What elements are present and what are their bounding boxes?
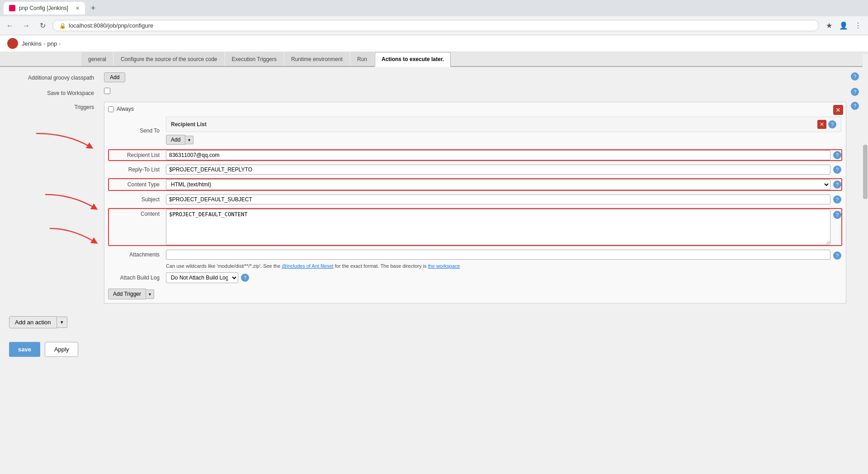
content-label: Content [109,209,163,217]
save-button[interactable]: save [9,342,40,357]
recipient-close-button[interactable]: ✕ [817,120,826,129]
ant-fileset-link[interactable]: @includes of Ant fileset [282,263,334,269]
reply-to-help-button[interactable]: ? [833,166,841,174]
menu-button[interactable]: ⋮ [852,19,864,32]
attach-build-log-row: Attach Build Log Do Not Attach Build Log… [108,271,842,284]
attach-build-log-label: Attach Build Log [109,275,163,281]
recipient-list-help-button[interactable]: ? [833,151,841,159]
tab-runtime[interactable]: Runtime environment [284,52,349,66]
attachments-input[interactable] [166,250,830,260]
new-tab-button[interactable]: + [87,2,99,14]
back-button[interactable]: ← [4,19,16,32]
add-trigger-section: Add Trigger ▾ [108,289,842,299]
content-type-row: Content Type HTML (text/html)Plain TextB… [108,178,842,191]
scrollbar-track[interactable] [863,54,868,366]
add-dropdown: Add ▾ [166,135,841,145]
reply-to-label: Reply-To List [109,166,163,173]
always-checkbox[interactable] [108,106,114,112]
add-action-wrapper: Add an action ▾ [9,316,859,328]
reply-to-input[interactable] [166,165,830,175]
workspace-link[interactable]: the workspace [428,263,460,269]
always-label: Always [117,106,134,112]
add-action-button[interactable]: Add an action [9,316,57,328]
breadcrumb-jenkins[interactable]: Jenkins [22,40,42,47]
tab-general[interactable]: general [81,52,113,66]
subject-row: Subject ? [108,194,842,205]
triggers-section: Triggers [9,102,859,307]
close-tab-icon[interactable]: ✕ [75,5,80,11]
recipient-list-input[interactable] [166,150,830,160]
content-textarea[interactable]: $PROJECT_DEFAULT_CONTENT [166,209,830,245]
send-to-label: Send To [109,128,163,134]
content-inner: Additional groovy classpath Add ? Save t… [0,67,868,366]
recipient-list-label: Recipient List [109,152,163,158]
recipient-box-actions: ✕ ? [817,120,836,129]
add-trigger-button[interactable]: Add Trigger [108,289,146,299]
attach-build-log-select[interactable]: Do Not Attach Build LogAttach Build LogC… [166,272,238,283]
action-section: Add an action ▾ [9,316,859,328]
subject-help-button[interactable]: ? [833,195,841,204]
arrow-2 [41,190,99,214]
bottom-buttons: save Apply [9,342,859,357]
triggers-close-button[interactable]: ✕ [833,105,843,115]
tab-favicon [9,5,15,11]
forward-button[interactable]: → [20,19,33,32]
triggers-help-button[interactable]: ? [851,102,859,110]
triggers-relative: ✕ Always Send To Recipient List [104,102,846,303]
save-workspace-label: Save to Workspace [9,88,99,96]
attachments-label: Attachments [109,250,163,258]
tabs-bar: general Configure the source of the sour… [0,52,868,67]
attach-build-log-help-button[interactable]: ? [241,274,249,282]
content-type-select[interactable]: HTML (text/html)Plain TextBoth HTML and … [166,179,830,190]
breadcrumb-pnp[interactable]: pnp [47,40,57,47]
attachments-help-button[interactable]: ? [833,251,841,260]
send-to-row: Send To Recipient List ✕ ? [108,116,842,146]
browser-tab[interactable]: pnp Config [Jenkins] ✕ [4,2,85,14]
content-type-help-button[interactable]: ? [833,180,841,189]
breadcrumb-sep2: › [59,40,61,47]
page-wrapper: Additional groovy classpath Add ? Save t… [0,67,868,366]
address-bar[interactable]: 🔒 localhost:8080/job/pnp/configure [52,20,819,31]
content-help-button[interactable]: ? [833,211,841,219]
save-workspace-control [104,88,846,95]
tab-source[interactable]: Configure the source of the source code [114,52,224,66]
attachments-info: Can use wildcards like 'module/dist/**/*… [108,263,842,269]
attachments-row: Attachments ? [108,249,842,261]
tab-triggers[interactable]: Execution Triggers [225,52,283,66]
recipient-box: Recipient List ✕ ? [166,117,841,132]
tab-title: pnp Config [Jenkins] [19,5,68,11]
groovy-classpath-control: Add [104,72,846,82]
subject-input[interactable] [166,194,830,204]
groovy-classpath-label: Additional groovy classpath [9,72,99,81]
always-header: Always [108,106,842,112]
arrow-3 [45,224,99,248]
subject-label: Subject [109,196,163,203]
triggers-box: ✕ Always Send To Recipient List [104,102,846,303]
groovy-help-button[interactable]: ? [851,72,859,81]
add-classpath-button[interactable]: Add [104,72,125,82]
recipient-help-button[interactable]: ? [828,120,836,128]
scrollbar-thumb[interactable] [863,145,868,199]
breadcrumb-sep1: › [43,40,45,47]
add-recipient-button[interactable]: Add [166,135,185,145]
attachments-info-text2: for the exact format. The base directory… [335,263,427,269]
save-workspace-help-button[interactable]: ? [851,88,859,96]
save-workspace-checkbox[interactable] [104,88,110,94]
add-trigger-caret[interactable]: ▾ [146,289,154,299]
recipient-list-title: Recipient List [171,121,207,128]
content-row: Content $PROJECT_DEFAULT_CONTENT ? [108,208,842,246]
content-type-label: Content Type [109,181,163,188]
apply-button[interactable]: Apply [45,342,79,357]
reload-button[interactable]: ↻ [36,19,49,32]
save-workspace-section: Save to Workspace ? [9,88,859,96]
tab-actions[interactable]: Actions to execute later. [375,52,451,67]
bookmark-button[interactable]: ★ [823,19,835,32]
reply-to-row: Reply-To List ? [108,164,842,175]
tab-run[interactable]: Run [350,52,374,66]
jenkins-logo [7,38,18,49]
add-action-caret[interactable]: ▾ [57,317,67,328]
add-recipient-caret[interactable]: ▾ [185,136,193,144]
attachments-info-text: Can use wildcards like 'module/dist/**/*… [166,263,280,269]
account-button[interactable]: 👤 [837,19,850,32]
send-to-content: Recipient List ✕ ? Add ▾ [166,117,841,145]
